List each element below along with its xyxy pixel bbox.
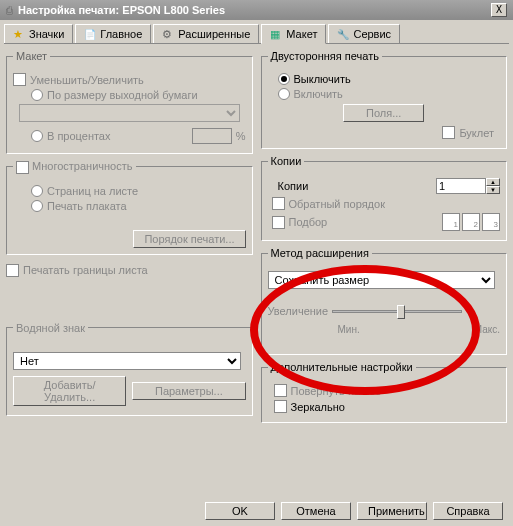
margins-button[interactable]: Поля...	[343, 104, 424, 122]
collate-checkbox[interactable]	[272, 216, 285, 229]
reduce-enlarge-row: Уменьшить/Увеличить	[13, 73, 246, 86]
right-column: Двусторонняя печать Выключить Включить П…	[261, 50, 508, 423]
spin-down[interactable]: ▼	[486, 186, 500, 194]
additional-group: Дополнительные настройки Повернуть на 18…	[261, 361, 508, 423]
tab-service[interactable]: Сервис	[328, 24, 400, 43]
layout-group: Макет Уменьшить/Увеличить По размеру вых…	[6, 50, 253, 154]
output-size-select[interactable]	[19, 104, 240, 122]
print-borders-row: Печатать границы листа	[6, 264, 253, 277]
expand-legend: Метод расширения	[268, 247, 372, 259]
expand-group: Метод расширения Сохранить размер Увелич…	[261, 247, 508, 355]
tab-icons[interactable]: Значки	[4, 24, 73, 43]
percent-input[interactable]	[192, 128, 232, 144]
margins-row: Поля...	[268, 104, 501, 122]
fit-output-radio[interactable]	[31, 89, 43, 101]
booklet-checkbox[interactable]	[442, 126, 455, 139]
copies-count-row: Копии ▲▼	[278, 178, 501, 194]
layout-icon	[270, 28, 282, 40]
pages-per-sheet-radio[interactable]	[31, 185, 43, 197]
layout-legend: Макет	[13, 50, 50, 62]
duplex-legend: Двусторонняя печать	[268, 50, 382, 62]
page-icon-3: 3	[482, 213, 500, 231]
wrench-icon	[337, 28, 349, 40]
watermark-buttons: Добавить/Удалить... Параметры...	[13, 376, 246, 406]
fit-output-row: По размеру выходной бумаги	[31, 89, 246, 101]
watermark-params-button[interactable]: Параметры...	[132, 382, 245, 400]
duplex-on-radio[interactable]	[278, 88, 290, 100]
reduce-enlarge-checkbox[interactable]	[13, 73, 26, 86]
tab-advanced[interactable]: Расширенные	[153, 24, 259, 43]
copies-legend: Копии	[268, 155, 305, 167]
multipage-checkbox[interactable]	[16, 161, 29, 174]
print-order-button[interactable]: Порядок печати...	[133, 230, 245, 248]
mirror-checkbox[interactable]	[274, 400, 287, 413]
reverse-row: Обратный порядок	[272, 197, 501, 210]
rotate-checkbox[interactable]	[274, 384, 287, 397]
duplex-on-row: Включить	[278, 88, 501, 100]
ok-button[interactable]: OK	[205, 502, 275, 520]
duplex-off-radio[interactable]	[278, 73, 290, 85]
apply-button[interactable]: Применить	[357, 502, 427, 520]
percent-radio[interactable]	[31, 130, 43, 142]
multipage-group: Многостраничность Страниц на листе Печат…	[6, 160, 253, 255]
poster-radio[interactable]	[31, 200, 43, 212]
duplex-group: Двусторонняя печать Выключить Включить П…	[261, 50, 508, 149]
rotate-row: Повернуть на 180°	[274, 384, 501, 397]
cancel-button[interactable]: Отмена	[281, 502, 351, 520]
zoom-slider[interactable]	[332, 301, 462, 321]
percent-row: В процентах %	[31, 128, 246, 144]
tab-bar: Значки Главное Расширенные Макет Сервис	[4, 24, 509, 44]
close-button[interactable]: X	[491, 3, 507, 17]
poster-row: Печать плаката	[31, 200, 246, 212]
duplex-off-row: Выключить	[278, 73, 501, 85]
page-icon-2: 2	[462, 213, 480, 231]
spin-up[interactable]: ▲	[486, 178, 500, 186]
booklet-row: Буклет	[268, 126, 495, 139]
page-icon-1: 1	[442, 213, 460, 231]
tab-layout[interactable]: Макет	[261, 24, 326, 44]
copies-spinner[interactable]: ▲▼	[436, 178, 500, 194]
content-area: Макет Уменьшить/Увеличить По размеру вых…	[0, 44, 513, 429]
star-icon	[13, 28, 25, 40]
titlebar: Настройка печати: EPSON L800 Series X	[0, 0, 513, 20]
doc-icon	[84, 28, 96, 40]
window-title: Настройка печати: EPSON L800 Series	[18, 4, 491, 16]
print-order-row: Порядок печати...	[13, 230, 246, 248]
reverse-checkbox[interactable]	[272, 197, 285, 210]
multipage-legend: Многостраничность	[13, 160, 136, 174]
left-column: Макет Уменьшить/Увеличить По размеру вых…	[6, 50, 253, 423]
help-button[interactable]: Справка	[433, 502, 503, 520]
gear-icon	[162, 28, 174, 40]
copies-group: Копии Копии ▲▼ Обратный порядок Подбор 1	[261, 155, 508, 241]
watermark-group: Водяной знак Нет Добавить/Удалить... Пар…	[6, 322, 253, 416]
collate-row: Подбор 1 2 3	[272, 213, 501, 231]
slider-thumb[interactable]	[397, 305, 405, 319]
zoom-labels: Мин. Макс.	[338, 324, 501, 335]
zoom-row: Увеличение	[268, 301, 501, 321]
tab-main[interactable]: Главное	[75, 24, 151, 43]
print-icon	[6, 4, 18, 16]
collate-icons: 1 2 3	[442, 213, 500, 231]
copies-input[interactable]	[436, 178, 486, 194]
pages-per-sheet-row: Страниц на листе	[31, 185, 246, 197]
watermark-legend: Водяной знак	[13, 322, 88, 334]
watermark-add-button[interactable]: Добавить/Удалить...	[13, 376, 126, 406]
mirror-row: Зеркально	[274, 400, 501, 413]
additional-legend: Дополнительные настройки	[268, 361, 416, 373]
watermark-select[interactable]: Нет	[13, 352, 241, 370]
expand-method-select[interactable]: Сохранить размер	[268, 271, 496, 289]
dialog-buttons: OK Отмена Применить Справка	[205, 502, 503, 520]
print-borders-checkbox[interactable]	[6, 264, 19, 277]
